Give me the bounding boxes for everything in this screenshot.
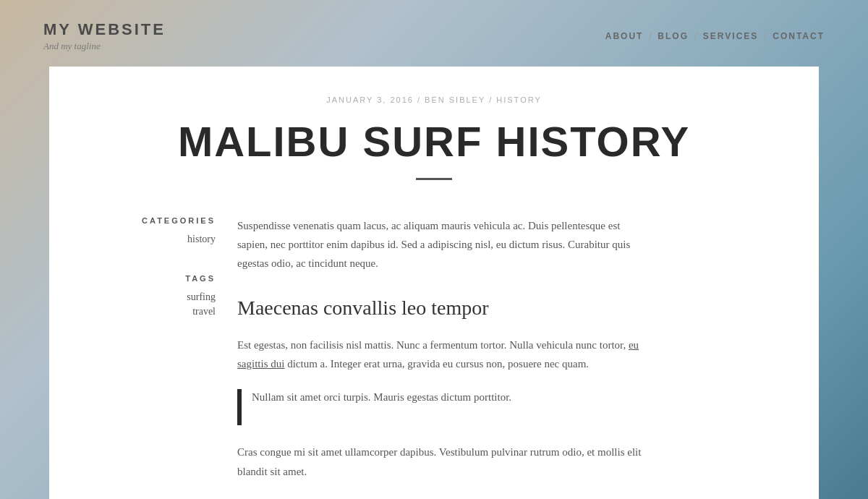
site-title[interactable]: MY WEBSITE [43, 20, 166, 39]
nav-sep-3: / [764, 30, 767, 42]
post-date: JANUARY 3, 2016 [326, 95, 414, 104]
site-header: MY WEBSITE And my tagline ABOUT / BLOG /… [0, 0, 868, 67]
nav-sep-2: / [694, 30, 697, 42]
blockquote-bar [237, 389, 242, 425]
article-paragraph-1: Est egestas, non facilisis nisl mattis. … [237, 336, 642, 374]
nav-contact[interactable]: CONTACT [773, 31, 825, 41]
nav-services[interactable]: SERVICES [703, 31, 758, 41]
post-author: BEN SIBLEY [425, 95, 485, 104]
post-meta: JANUARY 3, 2016 / BEN SIBLEY / HISTORY [64, 95, 804, 104]
article-intro: Suspendisse venenatis quam lacus, ac ali… [237, 216, 642, 273]
main-nav: ABOUT / BLOG / SERVICES / CONTACT [605, 30, 825, 42]
category-history[interactable]: history [85, 234, 216, 245]
content-wrapper: JANUARY 3, 2016 / BEN SIBLEY / HISTORY M… [49, 67, 819, 499]
post-title: MALIBU SURF HISTORY [64, 119, 804, 165]
nav-about[interactable]: ABOUT [605, 31, 644, 41]
article-closing: Cras congue mi sit amet ullamcorper dapi… [237, 443, 642, 481]
blockquote: Nullam sit amet orci turpis. Mauris eges… [237, 388, 642, 425]
site-branding: MY WEBSITE And my tagline [43, 20, 166, 52]
meta-sep-2: / [489, 95, 496, 104]
content-body: CATEGORIES history TAGS surfing travel S… [49, 216, 819, 481]
article-content: Suspendisse venenatis quam lacus, ac ali… [237, 216, 700, 481]
site-tagline: And my tagline [43, 40, 166, 52]
article-subheading: Maecenas convallis leo tempor [237, 295, 642, 321]
meta-sep-1: / [417, 95, 425, 104]
tags-heading: TAGS [85, 274, 216, 283]
categories-heading: CATEGORIES [85, 216, 216, 225]
para1-pre: Est egestas, non facilisis nisl mattis. … [237, 339, 626, 351]
post-category-meta: HISTORY [496, 95, 542, 104]
nav-blog[interactable]: BLOG [658, 31, 689, 41]
categories-section: CATEGORIES history [85, 216, 216, 245]
nav-sep-1: / [649, 30, 652, 42]
blockquote-text: Nullam sit amet orci turpis. Mauris eges… [252, 388, 511, 406]
sidebar: CATEGORIES history TAGS surfing travel [49, 216, 237, 481]
title-divider [416, 178, 452, 180]
tag-travel[interactable]: travel [85, 306, 216, 317]
tags-section: TAGS surfing travel [85, 274, 216, 317]
tag-surfing[interactable]: surfing [85, 291, 216, 303]
post-header: JANUARY 3, 2016 / BEN SIBLEY / HISTORY M… [49, 67, 819, 216]
para1-post: dictum a. Integer erat urna, gravida eu … [287, 358, 589, 370]
